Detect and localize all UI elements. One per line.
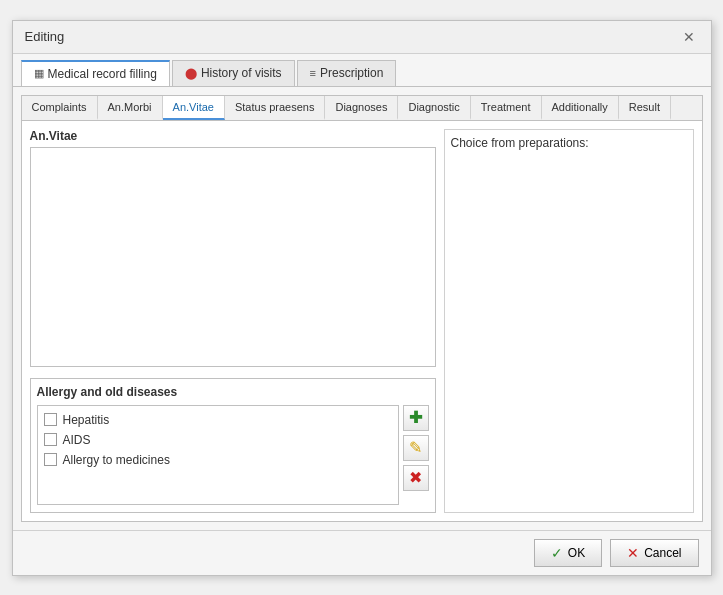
allergy-medicines-checkbox[interactable] bbox=[44, 453, 57, 466]
tab-medical-record[interactable]: ▦ Medical record filling bbox=[21, 60, 170, 86]
sub-tab-treatment[interactable]: Treatment bbox=[471, 96, 542, 120]
choice-preparations-label: Choice from preparations: bbox=[451, 136, 687, 150]
allergy-section: Allergy and old diseases Hepatitis AIDS bbox=[30, 378, 436, 513]
hepatitis-label: Hepatitis bbox=[63, 413, 110, 427]
list-item: AIDS bbox=[42, 430, 394, 450]
tab-medical-record-label: Medical record filling bbox=[48, 67, 157, 81]
dialog-close-button[interactable]: ✕ bbox=[679, 29, 699, 45]
cancel-button[interactable]: ✕ Cancel bbox=[610, 539, 698, 567]
sub-tab-treatment-label: Treatment bbox=[481, 101, 531, 113]
sub-tab-additionally-label: Additionally bbox=[552, 101, 608, 113]
history-visits-icon: ⬤ bbox=[185, 67, 197, 80]
edit-allergy-button[interactable]: ✎ bbox=[403, 435, 429, 461]
list-item: Hepatitis bbox=[42, 410, 394, 430]
sub-tab-complaints[interactable]: Complaints bbox=[22, 96, 98, 120]
delete-allergy-button[interactable]: ✖ bbox=[403, 465, 429, 491]
sub-tab-result-label: Result bbox=[629, 101, 660, 113]
aids-label: AIDS bbox=[63, 433, 91, 447]
editing-dialog: Editing ✕ ▦ Medical record filling ⬤ His… bbox=[12, 20, 712, 576]
sub-tab-diagnostic-label: Diagnostic bbox=[408, 101, 459, 113]
allergy-list: Hepatitis AIDS Allergy to medicines bbox=[37, 405, 399, 505]
allergy-title: Allergy and old diseases bbox=[37, 385, 429, 399]
sub-tab-diagnoses[interactable]: Diagnoses bbox=[325, 96, 398, 120]
an-vitae-section: An.Vitae bbox=[30, 129, 436, 370]
sub-tab-status-praesens[interactable]: Status praesens bbox=[225, 96, 326, 120]
list-item: Allergy to medicines bbox=[42, 450, 394, 470]
sub-tab-an-vitae-label: An.Vitae bbox=[173, 101, 214, 113]
delete-icon: ✖ bbox=[409, 468, 422, 487]
add-allergy-button[interactable]: ✚ bbox=[403, 405, 429, 431]
cancel-label: Cancel bbox=[644, 546, 681, 560]
an-vitae-textarea[interactable] bbox=[30, 147, 436, 367]
medical-record-icon: ▦ bbox=[34, 67, 44, 80]
tab-prescription[interactable]: ≡ Prescription bbox=[297, 60, 397, 86]
edit-icon: ✎ bbox=[409, 438, 422, 457]
aids-checkbox[interactable] bbox=[44, 433, 57, 446]
ok-label: OK bbox=[568, 546, 585, 560]
content-area: Complaints An.Morbi An.Vitae Status prae… bbox=[13, 87, 711, 530]
sub-tab-diagnoses-label: Diagnoses bbox=[335, 101, 387, 113]
sub-tab-result[interactable]: Result bbox=[619, 96, 671, 120]
tab-prescription-label: Prescription bbox=[320, 66, 383, 80]
main-tabs-bar: ▦ Medical record filling ⬤ History of vi… bbox=[13, 54, 711, 87]
sub-tabs-bar: Complaints An.Morbi An.Vitae Status prae… bbox=[22, 96, 702, 121]
add-icon: ✚ bbox=[409, 408, 422, 427]
sub-tab-diagnostic[interactable]: Diagnostic bbox=[398, 96, 470, 120]
cancel-icon: ✕ bbox=[627, 545, 639, 561]
sub-tab-status-praesens-label: Status praesens bbox=[235, 101, 315, 113]
left-section: An.Vitae Allergy and old diseases Hepati… bbox=[30, 129, 436, 513]
sub-tab-complaints-label: Complaints bbox=[32, 101, 87, 113]
dialog-titlebar: Editing ✕ bbox=[13, 21, 711, 54]
allergy-medicines-label: Allergy to medicines bbox=[63, 453, 170, 467]
dialog-footer: ✓ OK ✕ Cancel bbox=[13, 530, 711, 575]
allergy-content: Hepatitis AIDS Allergy to medicines bbox=[37, 405, 429, 505]
right-section: Choice from preparations: bbox=[444, 129, 694, 513]
ok-icon: ✓ bbox=[551, 545, 563, 561]
sub-tab-an-vitae[interactable]: An.Vitae bbox=[163, 96, 225, 120]
prescription-icon: ≡ bbox=[310, 67, 316, 79]
sub-tab-an-morbi[interactable]: An.Morbi bbox=[98, 96, 163, 120]
tab-history-visits[interactable]: ⬤ History of visits bbox=[172, 60, 295, 86]
allergy-action-buttons: ✚ ✎ ✖ bbox=[403, 405, 429, 505]
inner-panel: Complaints An.Morbi An.Vitae Status prae… bbox=[21, 95, 703, 522]
tab-history-visits-label: History of visits bbox=[201, 66, 282, 80]
sub-tab-an-morbi-label: An.Morbi bbox=[108, 101, 152, 113]
panel-body: An.Vitae Allergy and old diseases Hepati… bbox=[22, 121, 702, 521]
hepatitis-checkbox[interactable] bbox=[44, 413, 57, 426]
sub-tab-additionally[interactable]: Additionally bbox=[542, 96, 619, 120]
an-vitae-title: An.Vitae bbox=[30, 129, 436, 143]
ok-button[interactable]: ✓ OK bbox=[534, 539, 602, 567]
dialog-title: Editing bbox=[25, 29, 65, 44]
